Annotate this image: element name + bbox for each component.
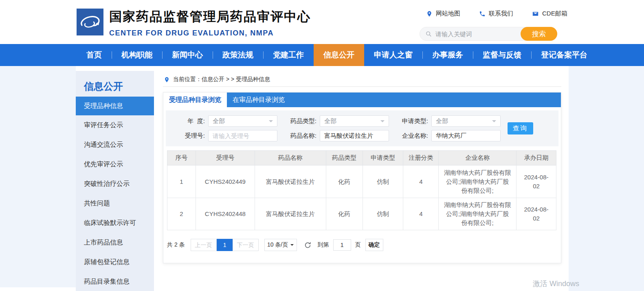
goto-page-input[interactable] bbox=[333, 239, 351, 251]
table-header-cell: 申请类型 bbox=[363, 151, 403, 165]
drug-type-label: 药品类型: bbox=[277, 117, 317, 125]
nav-item-registration-platform[interactable]: 登记备案平台 bbox=[531, 44, 597, 66]
drug-type-select-value: 全部 bbox=[324, 117, 336, 125]
table-cell: 富马酸伏诺拉生片 bbox=[255, 198, 326, 230]
page-size-select[interactable]: 10 条/页 bbox=[264, 239, 297, 251]
sidebar-item-accepted-varieties[interactable]: 受理品种信息 bbox=[76, 97, 154, 115]
right-background-band bbox=[569, 66, 644, 291]
sidebar-item-priority-review[interactable]: 优先审评公示 bbox=[76, 154, 154, 174]
sidebar-item-review-tasks[interactable]: 审评任务公示 bbox=[76, 115, 154, 135]
activate-windows-watermark: 激活 Windows bbox=[533, 279, 579, 289]
year-label: 年 度: bbox=[166, 117, 205, 125]
filter-row-1: 年 度: 全部 药品类型: 全部 bbox=[166, 115, 558, 127]
sidebar-item-breakthrough-therapy[interactable]: 突破性治疗公示 bbox=[76, 174, 154, 194]
page-unit-label: 页 bbox=[355, 241, 361, 249]
sidebar-item-drug-catalog[interactable]: 药品目录集信息 bbox=[76, 272, 154, 291]
table-cell: 湖南华纳大药厂股份有限公司;湖南华纳大药厂股份有限公司; bbox=[439, 165, 517, 198]
location-pin-icon bbox=[164, 77, 170, 83]
table-header-cell: 注册分类 bbox=[403, 151, 439, 165]
sidebar-item-clinical-trial-license[interactable]: 临床试验默示许可 bbox=[76, 213, 154, 233]
next-page-button[interactable]: 下一页 bbox=[233, 239, 259, 251]
quick-links: 网站地图 联系我们 CDE邮箱 bbox=[426, 10, 567, 18]
content-card: 受理品种目录浏览 在审品种目录浏览 年 度: 全部 药品类 bbox=[163, 92, 561, 263]
pagination: 共 2 条 上一页 1 下一页 10 条/页 bbox=[167, 239, 561, 251]
filter-panel: 年 度: 全部 药品类型: 全部 bbox=[166, 110, 558, 146]
cde-mail-link[interactable]: CDE邮箱 bbox=[532, 10, 567, 18]
apply-type-filter: 申请类型: 全部 bbox=[389, 115, 501, 127]
table-header-cell: 序号 bbox=[167, 151, 196, 165]
company-input[interactable] bbox=[431, 130, 501, 141]
drug-name-input[interactable] bbox=[320, 130, 389, 141]
phone-icon bbox=[479, 11, 486, 17]
sidebar-item-excipient-registration[interactable]: 原辅包登记信息 bbox=[76, 252, 154, 272]
filter-row-2: 受理号: 药品名称: 企业名称: bbox=[166, 130, 558, 142]
drug-name-filter: 药品名称: bbox=[277, 130, 389, 141]
mail-icon bbox=[532, 11, 539, 17]
nav-item-news[interactable]: 新闻中心 bbox=[162, 44, 213, 66]
prev-page-button[interactable]: 上一页 bbox=[191, 239, 217, 251]
chevron-down-icon bbox=[290, 244, 294, 247]
cde-logo-icon bbox=[77, 9, 103, 35]
query-button[interactable]: 查询 bbox=[508, 122, 533, 134]
nav-item-party-building[interactable]: 党建工作 bbox=[263, 44, 314, 66]
cde-mail-label: CDE邮箱 bbox=[542, 10, 567, 18]
year-select[interactable]: 全部 bbox=[208, 115, 277, 127]
table-header-cell: 药品名称 bbox=[255, 151, 326, 165]
tab-under-review-catalog[interactable]: 在审品种目录浏览 bbox=[227, 93, 290, 107]
year-filter: 年 度: 全部 bbox=[166, 115, 277, 127]
drug-type-filter: 药品类型: 全部 bbox=[277, 115, 389, 127]
refresh-icon bbox=[304, 241, 312, 249]
drug-type-select[interactable]: 全部 bbox=[320, 115, 389, 127]
drug-name-label: 药品名称: bbox=[277, 132, 317, 140]
nav-item-supervision-feedback[interactable]: 监督与反馈 bbox=[473, 44, 531, 66]
left-background-band bbox=[0, 66, 76, 287]
site-header: 国家药品监督管理局药品审评中心 CENTER FOR DRUG EVALUATI… bbox=[0, 0, 644, 44]
acceptance-no-label: 受理号: bbox=[166, 132, 205, 140]
apply-type-label: 申请类型: bbox=[389, 117, 428, 125]
table-header-cell: 承办日期 bbox=[517, 151, 556, 165]
year-select-value: 全部 bbox=[213, 117, 225, 125]
confirm-button[interactable]: 确定 bbox=[365, 239, 383, 251]
current-page-button[interactable]: 1 bbox=[217, 239, 233, 251]
acceptance-no-input[interactable] bbox=[208, 130, 277, 141]
page-button-group: 上一页 1 下一页 bbox=[191, 239, 259, 251]
chevron-down-icon bbox=[269, 120, 273, 124]
nav-item-organization[interactable]: 机构职能 bbox=[112, 44, 162, 66]
table-cell: 富马酸伏诺拉生片 bbox=[255, 165, 326, 198]
nav-item-services[interactable]: 办事服务 bbox=[422, 44, 473, 66]
company-label: 企业名称: bbox=[389, 132, 428, 140]
page: 国家药品监督管理局药品审评中心 CENTER FOR DRUG EVALUATI… bbox=[0, 0, 644, 291]
sidebar-item-communication[interactable]: 沟通交流公示 bbox=[76, 135, 154, 154]
body-area: 信息公开 受理品种信息 审评任务公示 沟通交流公示 优先审评公示 突破性治疗公示… bbox=[0, 66, 644, 291]
sidebar-item-common-issues[interactable]: 共性问题 bbox=[76, 194, 154, 213]
table-header-cell: 受理号 bbox=[196, 151, 255, 165]
table-cell: 4 bbox=[403, 198, 439, 230]
search-icon bbox=[425, 31, 432, 37]
table-cell: 2024-08-02 bbox=[517, 165, 556, 198]
breadcrumb-divider bbox=[163, 86, 561, 87]
nav-item-applicant-window[interactable]: 申请人之窗 bbox=[364, 44, 422, 66]
nav-item-policies[interactable]: 政策法规 bbox=[213, 44, 263, 66]
sitemap-link[interactable]: 网站地图 bbox=[426, 10, 460, 18]
search-input[interactable] bbox=[435, 31, 513, 37]
sidebar: 信息公开 受理品种信息 审评任务公示 沟通交流公示 优先审评公示 突破性治疗公示… bbox=[76, 71, 154, 291]
apply-type-select-value: 全部 bbox=[436, 117, 448, 125]
nav-item-info-disclosure[interactable]: 信息公开 bbox=[314, 44, 364, 66]
sidebar-item-marketed-drugs[interactable]: 上市药品信息 bbox=[76, 233, 154, 252]
breadcrumb-text: 当前位置：信息公开 > > 受理品种信息 bbox=[173, 76, 270, 83]
search-button[interactable]: 搜索 bbox=[521, 27, 557, 41]
contact-link[interactable]: 联系我们 bbox=[479, 10, 513, 18]
apply-type-select[interactable]: 全部 bbox=[431, 115, 501, 127]
goto-page-label: 到第 bbox=[318, 241, 329, 249]
refresh-button[interactable] bbox=[304, 241, 312, 249]
table-cell: CYHS2402448 bbox=[196, 198, 255, 230]
tab-accepted-catalog[interactable]: 受理品种目录浏览 bbox=[163, 93, 227, 107]
table-row: 2 CYHS2402448 富马酸伏诺拉生片 化药 仿制 4 湖南华纳大药厂股份… bbox=[167, 198, 556, 230]
results-table: 序号 受理号 药品名称 药品类型 申请类型 注册分类 企业名称 承办日期 1 bbox=[167, 150, 556, 230]
nav-item-home[interactable]: 首页 bbox=[77, 44, 112, 66]
tab-bar: 受理品种目录浏览 在审品种目录浏览 bbox=[163, 93, 561, 107]
table-cell: 4 bbox=[403, 165, 439, 198]
breadcrumb: 当前位置：信息公开 > > 受理品种信息 bbox=[164, 76, 270, 83]
site-title: 国家药品监督管理局药品审评中心 bbox=[109, 8, 311, 25]
table-header-row: 序号 受理号 药品名称 药品类型 申请类型 注册分类 企业名称 承办日期 bbox=[167, 151, 556, 165]
